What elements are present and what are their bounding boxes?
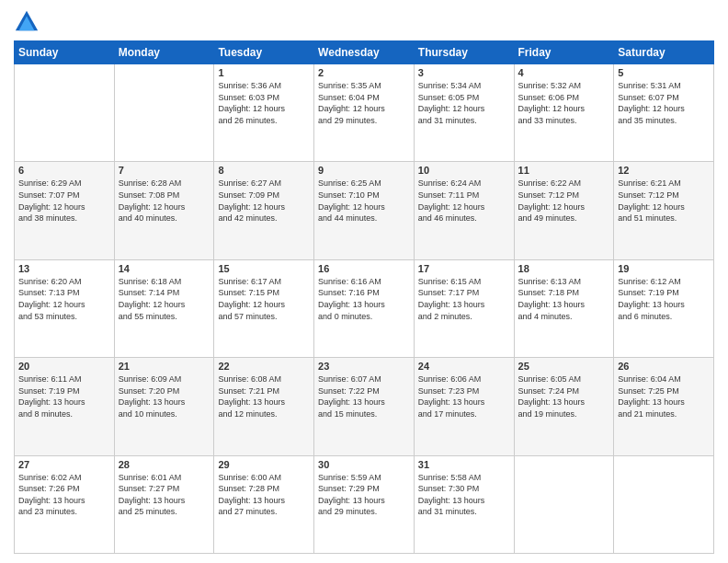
day-number: 8: [218, 165, 310, 176]
calendar-cell: 2Sunrise: 5:35 AM Sunset: 6:04 PM Daylig…: [314, 64, 415, 162]
day-number: 24: [418, 361, 510, 372]
day-number: 19: [618, 263, 710, 274]
calendar-cell: 26Sunrise: 6:04 AM Sunset: 7:25 PM Dayli…: [614, 358, 714, 455]
calendar-cell: 19Sunrise: 6:12 AM Sunset: 7:19 PM Dayli…: [614, 259, 714, 357]
day-number: 30: [318, 459, 410, 470]
calendar-cell: 24Sunrise: 6:06 AM Sunset: 7:23 PM Dayli…: [414, 358, 514, 455]
day-number: 4: [518, 67, 610, 78]
day-number: 11: [518, 165, 610, 176]
header: [14, 9, 714, 35]
day-info: Sunrise: 6:22 AM Sunset: 7:12 PM Dayligh…: [518, 178, 610, 224]
day-info: Sunrise: 6:20 AM Sunset: 7:13 PM Dayligh…: [18, 276, 110, 322]
calendar-cell: 29Sunrise: 6:00 AM Sunset: 7:28 PM Dayli…: [214, 455, 314, 553]
day-info: Sunrise: 6:25 AM Sunset: 7:10 PM Dayligh…: [318, 178, 410, 224]
day-header-monday: Monday: [114, 41, 214, 64]
day-info: Sunrise: 6:21 AM Sunset: 7:12 PM Dayligh…: [618, 178, 710, 224]
day-info: Sunrise: 6:06 AM Sunset: 7:23 PM Dayligh…: [418, 373, 510, 419]
day-number: 10: [418, 165, 510, 176]
day-info: Sunrise: 5:35 AM Sunset: 6:04 PM Dayligh…: [318, 80, 410, 126]
calendar-cell: 5Sunrise: 5:31 AM Sunset: 6:07 PM Daylig…: [614, 64, 714, 162]
calendar-cell: 12Sunrise: 6:21 AM Sunset: 7:12 PM Dayli…: [614, 162, 714, 259]
day-info: Sunrise: 6:12 AM Sunset: 7:19 PM Dayligh…: [618, 276, 710, 322]
day-number: 28: [119, 459, 210, 470]
day-number: 29: [218, 459, 310, 470]
day-header-thursday: Thursday: [414, 41, 514, 64]
day-info: Sunrise: 5:34 AM Sunset: 6:05 PM Dayligh…: [418, 80, 510, 126]
day-info: Sunrise: 6:00 AM Sunset: 7:28 PM Dayligh…: [218, 472, 310, 518]
day-number: 12: [618, 165, 710, 176]
day-info: Sunrise: 5:59 AM Sunset: 7:29 PM Dayligh…: [318, 472, 410, 518]
day-number: 5: [618, 67, 710, 78]
day-number: 6: [18, 165, 110, 176]
day-number: 25: [518, 361, 610, 372]
day-info: Sunrise: 5:58 AM Sunset: 7:30 PM Dayligh…: [418, 472, 510, 518]
day-info: Sunrise: 6:05 AM Sunset: 7:24 PM Dayligh…: [518, 373, 610, 419]
day-info: Sunrise: 6:09 AM Sunset: 7:20 PM Dayligh…: [119, 373, 210, 419]
day-info: Sunrise: 6:13 AM Sunset: 7:18 PM Dayligh…: [518, 276, 610, 322]
day-number: 14: [119, 263, 210, 274]
calendar-week-1: 1Sunrise: 5:36 AM Sunset: 6:03 PM Daylig…: [15, 64, 714, 162]
day-header-wednesday: Wednesday: [314, 41, 415, 64]
calendar-cell: 6Sunrise: 6:29 AM Sunset: 7:07 PM Daylig…: [15, 162, 115, 259]
day-info: Sunrise: 6:07 AM Sunset: 7:22 PM Dayligh…: [318, 373, 410, 419]
day-info: Sunrise: 6:15 AM Sunset: 7:17 PM Dayligh…: [418, 276, 510, 322]
day-info: Sunrise: 6:01 AM Sunset: 7:27 PM Dayligh…: [119, 472, 210, 518]
day-info: Sunrise: 6:08 AM Sunset: 7:21 PM Dayligh…: [218, 373, 310, 419]
day-info: Sunrise: 6:24 AM Sunset: 7:11 PM Dayligh…: [418, 178, 510, 224]
calendar-cell: 20Sunrise: 6:11 AM Sunset: 7:19 PM Dayli…: [15, 358, 115, 455]
calendar-cell: 13Sunrise: 6:20 AM Sunset: 7:13 PM Dayli…: [15, 259, 115, 357]
day-info: Sunrise: 5:31 AM Sunset: 6:07 PM Dayligh…: [618, 80, 710, 126]
calendar-cell: 10Sunrise: 6:24 AM Sunset: 7:11 PM Dayli…: [414, 162, 514, 259]
calendar-cell: 21Sunrise: 6:09 AM Sunset: 7:20 PM Dayli…: [114, 358, 214, 455]
calendar-week-2: 6Sunrise: 6:29 AM Sunset: 7:07 PM Daylig…: [15, 162, 714, 259]
day-header-sunday: Sunday: [15, 41, 115, 64]
calendar-cell: [614, 455, 714, 553]
day-info: Sunrise: 6:02 AM Sunset: 7:26 PM Dayligh…: [18, 472, 110, 518]
logo: [14, 9, 43, 35]
calendar-cell: 14Sunrise: 6:18 AM Sunset: 7:14 PM Dayli…: [114, 259, 214, 357]
day-info: Sunrise: 6:04 AM Sunset: 7:25 PM Dayligh…: [618, 373, 710, 419]
calendar-cell: 11Sunrise: 6:22 AM Sunset: 7:12 PM Dayli…: [514, 162, 614, 259]
day-info: Sunrise: 6:29 AM Sunset: 7:07 PM Dayligh…: [18, 178, 110, 224]
calendar-header-row: SundayMondayTuesdayWednesdayThursdayFrid…: [15, 41, 714, 64]
day-number: 20: [18, 361, 110, 372]
day-number: 22: [218, 361, 310, 372]
day-header-friday: Friday: [514, 41, 614, 64]
calendar-cell: 27Sunrise: 6:02 AM Sunset: 7:26 PM Dayli…: [15, 455, 115, 553]
calendar-cell: 22Sunrise: 6:08 AM Sunset: 7:21 PM Dayli…: [214, 358, 314, 455]
calendar-table: SundayMondayTuesdayWednesdayThursdayFrid…: [14, 40, 714, 554]
day-number: 15: [218, 263, 310, 274]
day-info: Sunrise: 6:11 AM Sunset: 7:19 PM Dayligh…: [18, 373, 110, 419]
page: SundayMondayTuesdayWednesdayThursdayFrid…: [0, 0, 728, 563]
day-number: 27: [18, 459, 110, 470]
calendar-cell: 28Sunrise: 6:01 AM Sunset: 7:27 PM Dayli…: [114, 455, 214, 553]
calendar-cell: 17Sunrise: 6:15 AM Sunset: 7:17 PM Dayli…: [414, 259, 514, 357]
day-info: Sunrise: 6:18 AM Sunset: 7:14 PM Dayligh…: [119, 276, 210, 322]
day-number: 2: [318, 67, 410, 78]
calendar-week-3: 13Sunrise: 6:20 AM Sunset: 7:13 PM Dayli…: [15, 259, 714, 357]
day-number: 17: [418, 263, 510, 274]
calendar-week-4: 20Sunrise: 6:11 AM Sunset: 7:19 PM Dayli…: [15, 358, 714, 455]
calendar-cell: [15, 64, 115, 162]
day-number: 7: [119, 165, 210, 176]
day-number: 9: [318, 165, 410, 176]
calendar-cell: 25Sunrise: 6:05 AM Sunset: 7:24 PM Dayli…: [514, 358, 614, 455]
day-number: 13: [18, 263, 110, 274]
calendar-cell: 9Sunrise: 6:25 AM Sunset: 7:10 PM Daylig…: [314, 162, 415, 259]
calendar-cell: 3Sunrise: 5:34 AM Sunset: 6:05 PM Daylig…: [414, 64, 514, 162]
day-info: Sunrise: 5:32 AM Sunset: 6:06 PM Dayligh…: [518, 80, 610, 126]
calendar-cell: [114, 64, 214, 162]
day-number: 23: [318, 361, 410, 372]
day-number: 1: [218, 67, 310, 78]
calendar-cell: 16Sunrise: 6:16 AM Sunset: 7:16 PM Dayli…: [314, 259, 415, 357]
day-number: 26: [618, 361, 710, 372]
calendar-cell: 31Sunrise: 5:58 AM Sunset: 7:30 PM Dayli…: [414, 455, 514, 553]
calendar-cell: 4Sunrise: 5:32 AM Sunset: 6:06 PM Daylig…: [514, 64, 614, 162]
calendar-cell: 7Sunrise: 6:28 AM Sunset: 7:08 PM Daylig…: [114, 162, 214, 259]
calendar-cell: 18Sunrise: 6:13 AM Sunset: 7:18 PM Dayli…: [514, 259, 614, 357]
logo-icon: [14, 9, 40, 35]
calendar-cell: 30Sunrise: 5:59 AM Sunset: 7:29 PM Dayli…: [314, 455, 415, 553]
calendar-cell: 23Sunrise: 6:07 AM Sunset: 7:22 PM Dayli…: [314, 358, 415, 455]
day-info: Sunrise: 6:16 AM Sunset: 7:16 PM Dayligh…: [318, 276, 410, 322]
calendar-cell: 8Sunrise: 6:27 AM Sunset: 7:09 PM Daylig…: [214, 162, 314, 259]
